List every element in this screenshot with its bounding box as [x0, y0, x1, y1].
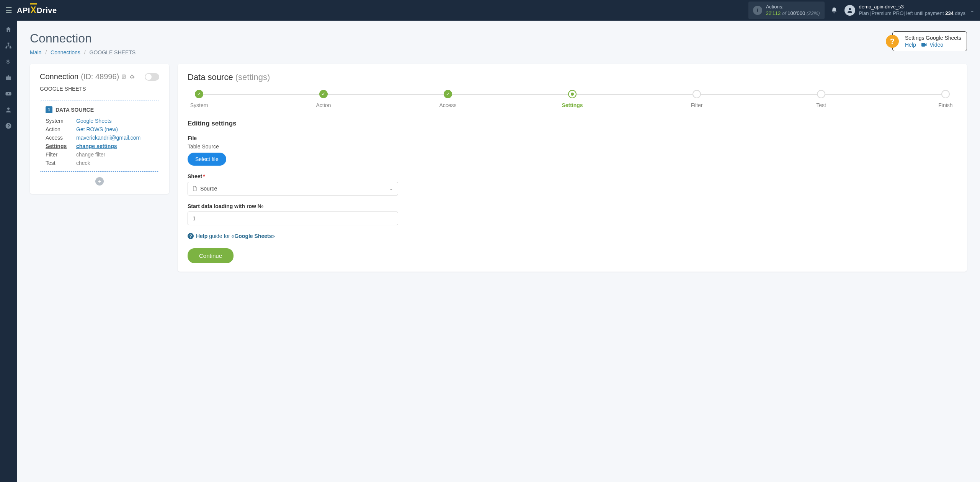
- sitemap-icon[interactable]: [5, 42, 12, 49]
- menu-toggle-icon[interactable]: ☰: [5, 6, 12, 15]
- connection-card: Connection (ID: 48996) GOOGLE SHEETS 1 D…: [30, 64, 169, 194]
- chevron-down-icon[interactable]: ⌄: [970, 7, 975, 13]
- row-filter-val[interactable]: change filter: [76, 151, 154, 158]
- enable-toggle[interactable]: [145, 73, 159, 81]
- field-start-row: Start data loading with row №: [188, 203, 957, 225]
- user-avatar-icon: [844, 5, 855, 16]
- field-file: File Table Source Select file: [188, 135, 957, 166]
- row-access-val[interactable]: maverickandrii@gmail.com: [76, 135, 154, 141]
- home-icon[interactable]: [5, 26, 12, 33]
- youtube-icon[interactable]: [5, 90, 12, 97]
- svg-rect-1: [8, 43, 10, 44]
- user-menu[interactable]: demo_apix-drive_s3 Plan |Premium PRO| le…: [844, 4, 965, 17]
- file-value: Table Source: [188, 143, 957, 150]
- breadcrumb-connections[interactable]: Connections: [51, 49, 80, 55]
- settings-card: Data source (settings) ✓System ✓Action ✓…: [178, 64, 967, 272]
- briefcase-icon[interactable]: [5, 74, 12, 81]
- sheet-label: Sheet*: [188, 173, 957, 179]
- bell-icon[interactable]: [831, 7, 838, 14]
- svg-rect-3: [10, 47, 11, 49]
- logo-text-pre: API: [17, 6, 30, 15]
- connection-id: (ID: 48996): [81, 72, 119, 81]
- step-access[interactable]: ✓Access: [436, 90, 459, 108]
- document-icon: [193, 186, 197, 191]
- help-guide[interactable]: ? Help guide for «Google Sheets»: [188, 233, 957, 239]
- step-system[interactable]: ✓System: [188, 90, 211, 108]
- start-row-label: Start data loading with row №: [188, 203, 957, 209]
- svg-text:?: ?: [7, 124, 10, 128]
- actions-used: 22'112: [766, 10, 781, 16]
- row-action-val[interactable]: Get ROWS (new): [76, 126, 154, 132]
- section-title: Editing settings: [188, 120, 957, 127]
- field-sheet: Sheet* Source ⌄: [188, 173, 957, 195]
- logo-text-post: Drive: [37, 6, 57, 15]
- row-settings-key: Settings: [46, 143, 76, 149]
- step-action[interactable]: ✓Action: [312, 90, 335, 108]
- step-finish[interactable]: Finish: [934, 90, 957, 108]
- start-row-input[interactable]: [188, 212, 398, 225]
- data-source-number: 1: [46, 106, 52, 113]
- sheet-value: Source: [200, 186, 386, 192]
- actions-of: of: [782, 10, 786, 16]
- content: Connection Main / Connections / GOOGLE S…: [17, 21, 980, 482]
- logo[interactable]: API X Drive: [17, 5, 57, 15]
- row-access-key: Access: [46, 135, 76, 141]
- gear-icon[interactable]: [129, 74, 135, 80]
- svg-point-0: [849, 8, 851, 10]
- help-guide-icon: ?: [188, 233, 194, 239]
- help-link[interactable]: Help: [905, 42, 916, 48]
- stepper: ✓System ✓Action ✓Access Settings Filter …: [188, 90, 957, 108]
- select-file-button[interactable]: Select file: [188, 153, 226, 166]
- user-icon[interactable]: [5, 106, 12, 113]
- page-title: Connection: [30, 31, 136, 46]
- sheet-select[interactable]: Source ⌄: [188, 182, 398, 195]
- actions-pct: (22%): [807, 10, 820, 16]
- actions-counter[interactable]: i Actions: 22'112 of 100'000 (22%): [748, 2, 825, 19]
- continue-button[interactable]: Continue: [188, 248, 234, 263]
- file-label: File: [188, 135, 957, 141]
- chevron-down-icon: ⌄: [389, 186, 393, 191]
- video-link[interactable]: Video: [929, 42, 943, 48]
- row-filter-key: Filter: [46, 151, 76, 158]
- step-filter[interactable]: Filter: [685, 90, 708, 108]
- row-system-key: System: [46, 118, 76, 124]
- data-source-box: 1 DATA SOURCE System Google Sheets Actio…: [40, 101, 159, 172]
- row-test-val[interactable]: check: [76, 160, 154, 166]
- data-source-title: DATA SOURCE: [56, 107, 94, 113]
- video-icon: [921, 42, 928, 48]
- breadcrumb: Main / Connections / GOOGLE SHEETS: [30, 49, 136, 55]
- row-action-key: Action: [46, 126, 76, 132]
- logo-x-icon: X: [31, 5, 36, 16]
- help-title: Settings Google Sheets: [905, 35, 961, 41]
- add-step-button[interactable]: +: [95, 177, 104, 186]
- breadcrumb-main[interactable]: Main: [30, 49, 41, 55]
- user-plan: Plan |Premium PRO| left until payment 23…: [859, 10, 965, 17]
- svg-point-7: [7, 107, 10, 110]
- svg-rect-5: [6, 77, 11, 80]
- connection-subtitle: GOOGLE SHEETS: [40, 86, 159, 95]
- row-system-val[interactable]: Google Sheets: [76, 118, 154, 124]
- svg-rect-10: [921, 43, 925, 46]
- dollar-icon[interactable]: $: [5, 58, 12, 65]
- info-icon: i: [753, 6, 762, 15]
- svg-rect-2: [6, 47, 8, 49]
- row-test-key: Test: [46, 160, 76, 166]
- row-settings-val[interactable]: change settings: [76, 143, 154, 149]
- connection-heading: Connection: [40, 72, 78, 81]
- actions-total: 100'000: [787, 10, 805, 16]
- svg-text:$: $: [7, 58, 10, 65]
- step-settings[interactable]: Settings: [561, 90, 584, 108]
- actions-label: Actions:: [766, 4, 820, 10]
- topbar: ☰ API X Drive i Actions: 22'112 of 100'0…: [0, 0, 980, 21]
- question-icon[interactable]: ?: [5, 122, 12, 129]
- step-test[interactable]: Test: [810, 90, 833, 108]
- breadcrumb-current: GOOGLE SHEETS: [90, 49, 136, 55]
- settings-title: Data source (settings): [188, 72, 957, 82]
- sidebar: $ ?: [0, 21, 17, 482]
- help-panel: ? Settings Google Sheets Help Video: [892, 31, 967, 51]
- user-name: demo_apix-drive_s3: [859, 4, 965, 10]
- copy-icon[interactable]: [121, 74, 127, 80]
- help-question-icon[interactable]: ?: [886, 35, 899, 48]
